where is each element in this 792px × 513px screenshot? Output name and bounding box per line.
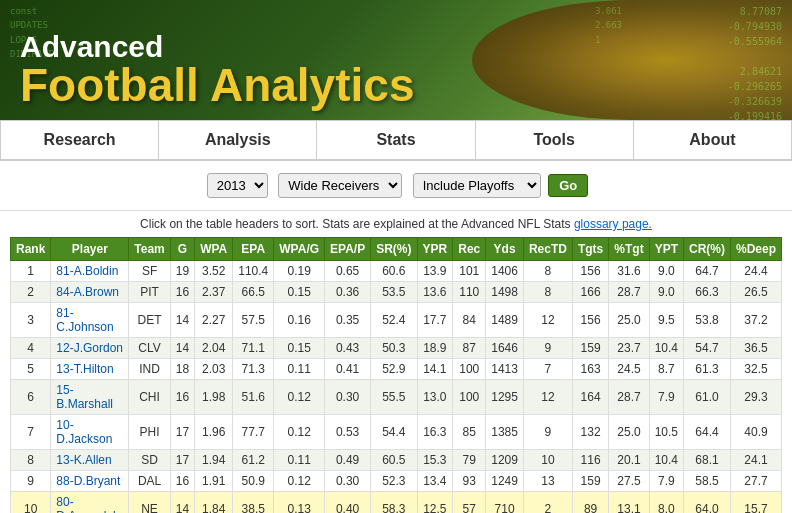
col-header-rectd[interactable]: RecTD: [523, 238, 572, 261]
stat-cell: 24.5: [609, 359, 649, 380]
col-header-wpa[interactable]: WPA: [195, 238, 233, 261]
rank-cell: 2: [11, 282, 51, 303]
col-header-ypt[interactable]: YPT: [649, 238, 683, 261]
stat-cell: 50.3: [371, 338, 417, 359]
position-select[interactable]: Wide Receivers Running Backs Tight Ends …: [278, 173, 402, 198]
rank-cell: 10: [11, 492, 51, 514]
stat-cell: IND: [129, 359, 170, 380]
stat-cell: 7: [523, 359, 572, 380]
stat-cell: 10.4: [649, 450, 683, 471]
site-header: constUPDATESLOPASDINIRATE 8.77087-0.7949…: [0, 0, 792, 120]
col-header-yds[interactable]: Yds: [486, 238, 524, 261]
stat-cell: 26.5: [730, 282, 781, 303]
stat-cell: 12: [523, 303, 572, 338]
stat-cell: CLV: [129, 338, 170, 359]
col-header-deep[interactable]: %Deep: [730, 238, 781, 261]
stat-cell: 1.94: [195, 450, 233, 471]
stat-cell: 0.65: [325, 261, 371, 282]
col-header-epa[interactable]: EPA: [233, 238, 274, 261]
col-header-wpag[interactable]: WPA/G: [274, 238, 325, 261]
nav-research[interactable]: Research: [0, 121, 159, 159]
player-name: 13-T.Hilton: [51, 359, 129, 380]
nav-tools[interactable]: Tools: [476, 121, 634, 159]
note-text: Click on the table headers to sort. Stat…: [140, 217, 570, 231]
stat-cell: 54.7: [683, 338, 730, 359]
stat-cell: 14: [170, 492, 194, 514]
stat-cell: NE: [129, 492, 170, 514]
stat-cell: 2.37: [195, 282, 233, 303]
stat-cell: 8: [523, 261, 572, 282]
stat-cell: 55.5: [371, 380, 417, 415]
stat-cell: DET: [129, 303, 170, 338]
stat-cell: 100: [453, 359, 486, 380]
stat-cell: 37.2: [730, 303, 781, 338]
nav-analysis[interactable]: Analysis: [159, 121, 317, 159]
stat-cell: 8.7: [649, 359, 683, 380]
col-header-tgt[interactable]: %Tgt: [609, 238, 649, 261]
stat-cell: 9: [523, 338, 572, 359]
stat-cell: 7.9: [649, 380, 683, 415]
stat-cell: 84: [453, 303, 486, 338]
rank-cell: 9: [11, 471, 51, 492]
player-name: 10-D.Jackson: [51, 415, 129, 450]
col-header-rank[interactable]: Rank: [11, 238, 51, 261]
stat-cell: PHI: [129, 415, 170, 450]
stat-cell: 87: [453, 338, 486, 359]
stat-cell: 25.0: [609, 415, 649, 450]
col-header-team[interactable]: Team: [129, 238, 170, 261]
stat-cell: 51.6: [233, 380, 274, 415]
playoffs-select[interactable]: Include Playoffs Exclude Playoffs: [413, 173, 541, 198]
glossary-link[interactable]: glossary page.: [574, 217, 652, 231]
stat-cell: 9: [523, 415, 572, 450]
stat-cell: 71.3: [233, 359, 274, 380]
stat-cell: 159: [572, 338, 608, 359]
stat-cell: 27.7: [730, 471, 781, 492]
stat-cell: 58.5: [683, 471, 730, 492]
col-header-cr[interactable]: CR(%): [683, 238, 730, 261]
stat-cell: 52.3: [371, 471, 417, 492]
nav-about[interactable]: About: [634, 121, 792, 159]
stat-cell: 61.2: [233, 450, 274, 471]
stat-cell: 24.4: [730, 261, 781, 282]
stat-cell: 8: [523, 282, 572, 303]
col-header-tgts[interactable]: Tgts: [572, 238, 608, 261]
player-name: 81-C.Johnson: [51, 303, 129, 338]
col-header-g[interactable]: G: [170, 238, 194, 261]
stat-cell: 1498: [486, 282, 524, 303]
stat-cell: 0.30: [325, 380, 371, 415]
nav-stats[interactable]: Stats: [317, 121, 475, 159]
col-header-rec[interactable]: Rec: [453, 238, 486, 261]
stat-cell: 16.3: [417, 415, 453, 450]
stat-cell: 25.0: [609, 303, 649, 338]
stat-cell: 0.36: [325, 282, 371, 303]
stat-cell: 1646: [486, 338, 524, 359]
go-button[interactable]: Go: [548, 174, 588, 197]
stat-cell: 17.7: [417, 303, 453, 338]
rank-cell: 6: [11, 380, 51, 415]
stat-cell: 0.12: [274, 415, 325, 450]
stat-cell: 40.9: [730, 415, 781, 450]
col-header-player[interactable]: Player: [51, 238, 129, 261]
player-name: 88-D.Bryant: [51, 471, 129, 492]
stat-cell: 2: [523, 492, 572, 514]
stat-cell: 27.5: [609, 471, 649, 492]
stat-cell: 12.5: [417, 492, 453, 514]
col-header-epap[interactable]: EPA/P: [325, 238, 371, 261]
stat-cell: 1.91: [195, 471, 233, 492]
stat-cell: 100: [453, 380, 486, 415]
col-header-sr[interactable]: SR(%): [371, 238, 417, 261]
stat-cell: 13.9: [417, 261, 453, 282]
col-header-ypr[interactable]: YPR: [417, 238, 453, 261]
header-football-analytics: Football Analytics: [20, 62, 414, 108]
stat-cell: 79: [453, 450, 486, 471]
year-select[interactable]: 2013 2012 2011: [207, 173, 268, 198]
stat-cell: 2.27: [195, 303, 233, 338]
table-row: 412-J.GordonCLV142.0471.10.150.4350.318.…: [11, 338, 782, 359]
stat-cell: 132: [572, 415, 608, 450]
header-advanced: Advanced: [20, 32, 414, 62]
stats-table-container: RankPlayerTeamGWPAEPAWPA/GEPA/PSR(%)YPRR…: [0, 237, 792, 513]
stat-cell: 0.49: [325, 450, 371, 471]
stat-cell: 28.7: [609, 282, 649, 303]
stat-cell: 0.13: [274, 492, 325, 514]
stat-cell: 10.5: [649, 415, 683, 450]
